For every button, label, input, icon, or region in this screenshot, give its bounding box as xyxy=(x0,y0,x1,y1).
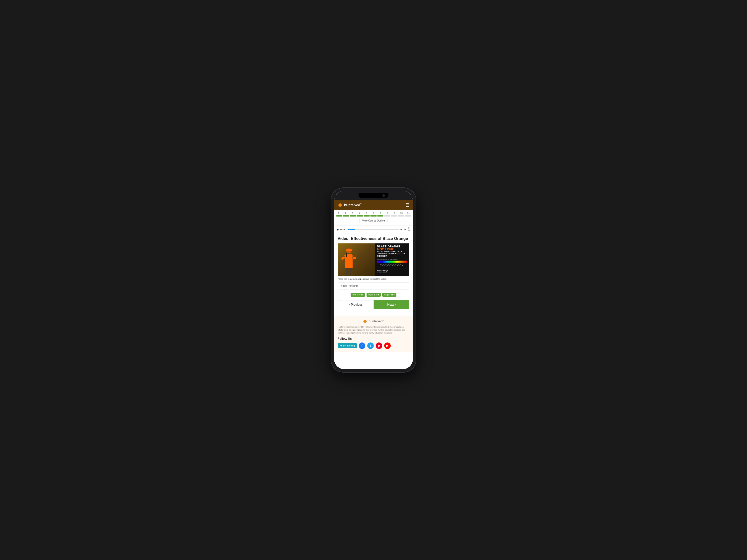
next-chevron-icon: › xyxy=(395,303,396,306)
svg-rect-11 xyxy=(349,268,352,275)
badges-row: Unit 7 of 11 Topic 1 of 5 Page 7 of 8 xyxy=(338,293,409,297)
step-numbers: 1 2 3 4 5 6 7 8 9 10 11 xyxy=(336,212,411,214)
step-11[interactable]: 11 xyxy=(406,212,411,214)
svg-rect-7 xyxy=(341,256,345,260)
seg-5 xyxy=(364,215,370,216)
social-row: Hunter-Ed blog f t p ▶ xyxy=(338,343,409,349)
language-options: EN ES xyxy=(408,227,410,232)
step-9[interactable]: 9 xyxy=(392,212,397,214)
nav-buttons: ‹ Previous Next › xyxy=(338,300,409,309)
next-label: Next xyxy=(387,303,394,306)
spectrum-area: ELECTROMAGNETIC SPECTRUM xyxy=(377,259,407,268)
step-3[interactable]: 3 xyxy=(350,212,355,214)
notch-bar xyxy=(334,191,413,200)
svg-rect-9 xyxy=(353,254,353,266)
wave-svg xyxy=(377,264,407,267)
audio-time-end: 00:07 xyxy=(401,228,406,231)
transcript-toggle[interactable]: Video Transcript › xyxy=(338,282,409,290)
seg-7 xyxy=(377,215,383,216)
footer: hunter-ed™ Hunter-ed.com is produced by … xyxy=(334,316,413,352)
approx-label: APPROX: 620nm xyxy=(377,271,407,273)
spectrum-bar xyxy=(377,261,407,263)
play-hint-text: Press the play button (▶) above to start… xyxy=(338,278,409,280)
seg-3 xyxy=(350,215,356,216)
video-thumbnail[interactable]: BLAZE ORANGE SAFETY ORANGE INTENSE FLUOR… xyxy=(338,243,409,276)
footer-logo-text: hunter-ed™ xyxy=(369,319,384,323)
logo-diamond-icon xyxy=(338,203,343,208)
step-4[interactable]: 4 xyxy=(357,212,362,214)
previous-button[interactable]: ‹ Previous xyxy=(338,300,374,309)
hamburger-menu-icon[interactable]: ☰ xyxy=(405,202,409,208)
footer-description: Hunter-ed.com is produced by Kalkomey En… xyxy=(338,325,409,335)
seg-9 xyxy=(391,215,397,216)
audio-track[interactable] xyxy=(347,229,399,230)
audio-time-start: 00:00 xyxy=(340,228,346,231)
step-1[interactable]: 1 xyxy=(336,212,341,214)
youtube-icon[interactable]: ▶ xyxy=(384,343,391,349)
audio-play-button[interactable]: ▶ xyxy=(337,228,339,231)
svg-rect-10 xyxy=(346,268,349,275)
svg-rect-6 xyxy=(345,257,353,268)
audio-player: ▶ 00:00 00:07 EN ES xyxy=(334,225,413,234)
video-left-panel xyxy=(338,243,375,276)
step-8[interactable]: 8 xyxy=(385,212,390,214)
prev-chevron-icon: ‹ xyxy=(349,303,350,306)
seg-8 xyxy=(384,215,390,216)
page-title: Video: Effectiveness of Blaze Orange xyxy=(338,236,409,241)
footer-logo: hunter-ed™ xyxy=(338,319,409,324)
audio-fill xyxy=(347,229,355,230)
transcript-chevron-icon: › xyxy=(406,285,407,287)
blaze-title: BLAZE ORANGE xyxy=(377,245,407,248)
seg-2 xyxy=(343,215,349,216)
app-header: hunter-ed™ ☰ xyxy=(334,200,413,210)
step-2[interactable]: 2 xyxy=(343,212,348,214)
follow-us-label: Follow Us xyxy=(338,337,409,341)
logo-area: hunter-ed™ xyxy=(338,203,362,208)
screen-content[interactable]: hunter-ed™ ☰ 1 2 3 4 5 6 7 8 9 10 xyxy=(334,200,413,369)
spectrum-label: ELECTROMAGNETIC SPECTRUM xyxy=(377,259,407,260)
topic-badge: Topic 1 of 5 xyxy=(366,293,381,297)
progress-section: 1 2 3 4 5 6 7 8 9 10 11 xyxy=(334,210,413,225)
course-outline-button[interactable]: View Course Outline xyxy=(360,218,388,223)
page-badge: Page 7 of 8 xyxy=(382,293,396,297)
lang-en[interactable]: EN xyxy=(408,227,410,230)
main-content: Video: Effectiveness of Blaze Orange xyxy=(334,234,413,316)
pinterest-icon[interactable]: p xyxy=(376,343,382,349)
next-button[interactable]: Next › xyxy=(374,300,409,309)
camera-dot xyxy=(383,194,385,197)
step-6[interactable]: 6 xyxy=(371,212,376,214)
progress-bar xyxy=(336,215,411,216)
facebook-icon[interactable]: f xyxy=(359,343,365,349)
step-10[interactable]: 10 xyxy=(399,212,404,214)
notch xyxy=(359,193,388,198)
phone-device: hunter-ed™ ☰ 1 2 3 4 5 6 7 8 9 10 xyxy=(331,188,416,372)
svg-rect-4 xyxy=(346,249,352,251)
hunter-silhouette-icon xyxy=(339,243,359,276)
phone-screen: hunter-ed™ ☰ 1 2 3 4 5 6 7 8 9 10 xyxy=(334,191,413,369)
step-5[interactable]: 5 xyxy=(364,212,369,214)
seg-11 xyxy=(405,215,411,216)
transcript-label: Video Transcript xyxy=(340,285,358,287)
twitter-icon[interactable]: t xyxy=(367,343,374,349)
seg-1 xyxy=(336,215,342,216)
lang-es[interactable]: ES xyxy=(408,230,410,232)
step-7[interactable]: 7 xyxy=(378,212,383,214)
seg-4 xyxy=(357,215,363,216)
video-right-panel: BLAZE ORANGE SAFETY ORANGE INTENSE FLUOR… xyxy=(375,243,409,276)
blaze-orange-bottom: Blaze Orange xyxy=(377,270,407,271)
seg-10 xyxy=(398,215,404,216)
footer-logo-diamond-icon xyxy=(363,319,367,324)
blog-button[interactable]: Hunter-Ed blog xyxy=(338,343,357,348)
seg-6 xyxy=(370,215,377,216)
intense-text: INTENSE FLUORESCENT ORANGE COLOR WITH HI… xyxy=(377,251,407,257)
logo-text: hunter-ed™ xyxy=(344,203,362,207)
safety-orange-label: SAFETY ORANGE xyxy=(377,248,407,250)
prev-label: Previous xyxy=(351,303,363,306)
unit-badge: Unit 7 of 11 xyxy=(351,293,365,297)
